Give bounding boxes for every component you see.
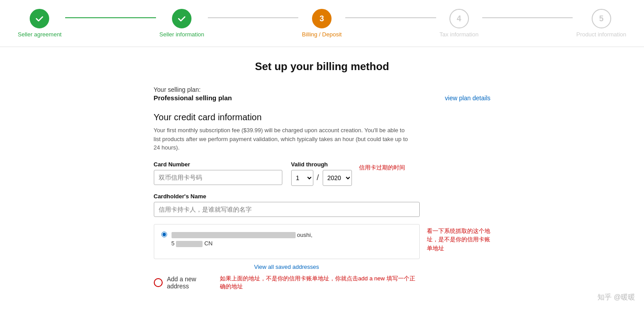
address-text: oushi, 5 CN (172, 231, 312, 248)
step-3-circle: 3 (312, 9, 332, 28)
slash-divider: / (317, 173, 319, 182)
saved-address-row: oushi, 5 CN (161, 231, 412, 248)
step-5-label: Product information (576, 31, 626, 38)
card-form-row: Card Number Valid through 1234 5678 9101… (154, 161, 352, 186)
connector-2-3 (208, 17, 299, 18)
cardholder-group: Cardholder's Name (154, 193, 491, 217)
add-new-address-row: Add a new address 如果上面的地址，不是你的信用卡账单地址，你就… (154, 275, 420, 291)
selling-plan-label: Your selling plan: (154, 86, 232, 93)
step-4-circle: 4 (449, 9, 469, 28)
saved-address-section: oushi, 5 CN (154, 224, 420, 259)
cardholder-input[interactable] (154, 202, 420, 217)
plan-info: Your selling plan: Professional selling … (154, 86, 232, 102)
add-new-annotation: 如果上面的地址，不是你的信用卡账单地址，你就点击add a new 填写一个正确… (220, 275, 419, 291)
valid-through-label: Valid through (291, 161, 352, 168)
address-annotation: 看一下系统抓取的这个地址，是不是你的信用卡账单地址 (427, 224, 491, 253)
page-title: Set up your billing method (154, 60, 491, 73)
saved-address-radio[interactable] (161, 232, 167, 237)
add-new-address-label: Add a new address (167, 276, 216, 290)
card-number-input[interactable] (154, 170, 282, 185)
step-2-label: Seller information (160, 31, 204, 38)
step-seller-information: Seller information (160, 9, 204, 38)
month-select[interactable]: 1234 5678 9101112 (291, 170, 313, 186)
main-content: Set up your billing method Your selling … (145, 47, 500, 311)
step-4-label: Tax information (440, 31, 479, 38)
add-new-radio-wrapper (154, 278, 163, 287)
step-5-circle: 5 (592, 9, 611, 28)
add-new-radio-indicator[interactable] (154, 278, 163, 287)
card-number-label: Card Number (154, 161, 282, 168)
connector-4-5 (482, 17, 573, 18)
step-2-circle (172, 9, 191, 28)
card-number-group: Card Number (154, 161, 282, 186)
connector-3-4 (345, 17, 436, 18)
address-block: oushi, 5 CN View all saved addresses Add… (154, 224, 420, 298)
cardholder-label: Cardholder's Name (154, 193, 491, 200)
valid-through-selects: 1234 5678 9101112 / 201920202021 2022202… (291, 170, 352, 186)
credit-card-desc: Your first monthly subscription fee ($39… (154, 126, 411, 152)
stepper: Seller agreement Seller information 3 Bi… (0, 0, 644, 47)
step-3-label: Billing / Deposit (302, 31, 342, 38)
step-billing-deposit: 3 Billing / Deposit (302, 9, 342, 38)
view-plan-link[interactable]: view plan details (445, 94, 491, 102)
step-product-information: 5 Product information (576, 9, 626, 38)
selling-plan-row: Your selling plan: Professional selling … (154, 86, 491, 102)
connector-1-2 (65, 17, 156, 18)
checkmark-icon (35, 14, 44, 24)
address-line2: 5 CN (172, 240, 213, 247)
valid-through-group: Valid through 1234 5678 9101112 / 201920… (291, 161, 352, 186)
credit-card-title: Your credit card information (154, 112, 491, 122)
checkmark-icon-2 (177, 14, 187, 24)
step-1-circle (30, 9, 49, 28)
step-1-label: Seller agreement (18, 31, 62, 38)
expiry-annotation: 信用卡过期的时间 (359, 161, 405, 172)
watermark: 知乎 @暖暖 (597, 293, 635, 302)
address-with-annotation: oushi, 5 CN View all saved addresses Add… (154, 224, 491, 298)
plan-name: Professional selling plan (154, 94, 232, 102)
step-seller-agreement: Seller agreement (18, 9, 62, 38)
view-saved-addresses-link[interactable]: View all saved addresses (154, 264, 420, 270)
step-tax-information: 4 Tax information (440, 9, 479, 38)
year-select[interactable]: 201920202021 202220232024 20252026202720… (323, 170, 352, 186)
card-row-with-annotation: Card Number Valid through 1234 5678 9101… (154, 161, 491, 193)
address-blur-1: oushi, (172, 232, 312, 238)
